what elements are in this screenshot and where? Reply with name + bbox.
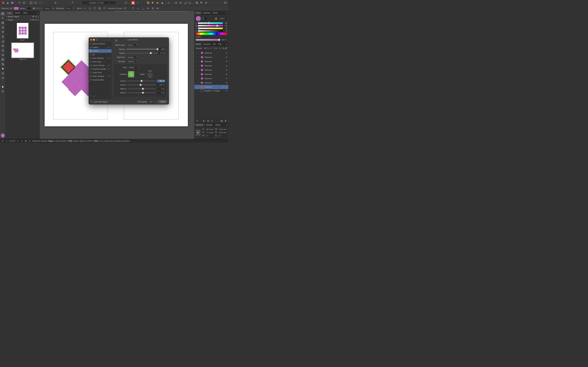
- radius-slider[interactable]: [126, 53, 157, 53]
- opacity-value[interactable]: 100 %: [158, 48, 167, 50]
- gradient-type-select[interactable]: Radial: [128, 66, 139, 69]
- s-value[interactable]: 0 °: [218, 134, 227, 137]
- offsetx-slider[interactable]: [128, 88, 156, 89]
- fx-3d[interactable]: 3D: [89, 53, 112, 56]
- close-doc-icon[interactable]: ×: [108, 2, 109, 4]
- rotate-ccw-icon[interactable]: [183, 1, 187, 5]
- tab-stroke[interactable]: Stroke: [212, 11, 219, 14]
- add-icon[interactable]: +: [107, 64, 108, 66]
- add-icon[interactable]: +: [107, 75, 108, 77]
- rounded-rect-tool-icon[interactable]: [1, 49, 5, 52]
- fx-icon[interactable]: ƒx: [210, 119, 213, 122]
- mask-icon[interactable]: ◐: [202, 119, 205, 122]
- layer-row-master[interactable]: ⋮⋮Master A - 2 Pages: [194, 89, 228, 92]
- next-page-icon[interactable]: ▸: [17, 140, 19, 142]
- gear-icon[interactable]: ⚙: [223, 47, 224, 49]
- link-icon[interactable]: [70, 1, 74, 5]
- fx-gaussian-blur[interactable]: Gaussian Blur: [89, 78, 112, 82]
- arrange-backward-icon[interactable]: [151, 1, 155, 5]
- account-icon[interactable]: [224, 1, 227, 5]
- view-tool-icon[interactable]: [1, 85, 5, 89]
- fx-outer-glow[interactable]: Outer Glow: [89, 71, 112, 74]
- delete-layer-icon[interactable]: 🗑: [224, 119, 227, 122]
- colour-swatch[interactable]: [196, 16, 201, 21]
- layer-row[interactable]: ⋮⋮Diamond: [194, 64, 228, 68]
- add-icon[interactable]: +: [107, 57, 108, 59]
- colour-opacity-slider[interactable]: [196, 39, 220, 41]
- h-value[interactable]: 20.8 mm: [218, 131, 227, 134]
- frame-text-tool-icon[interactable]: [1, 21, 5, 25]
- angle-value[interactable]: 270°: [148, 70, 152, 72]
- scale-with-object-checkbox[interactable]: [91, 101, 92, 103]
- minimize-window-icon[interactable]: [93, 39, 95, 41]
- layer-row[interactable]: ⋮⋮Diamond: [194, 76, 228, 81]
- play-icon[interactable]: ▸: [20, 140, 23, 142]
- show-rotation-icon[interactable]: [88, 7, 92, 10]
- fx-outer-shadow[interactable]: Outer Shadow+×: [89, 74, 112, 78]
- master-pages-header[interactable]: ▸ Master Pages ⊞ ◫ ▯: [6, 15, 40, 18]
- artistic-text-tool-icon[interactable]: [1, 30, 5, 34]
- alignment-select[interactable]: Outside: [126, 56, 138, 59]
- align-bottom-icon[interactable]: [141, 7, 145, 10]
- add-page-icon[interactable]: ⊞: [33, 19, 34, 21]
- fill-tool-icon[interactable]: [1, 67, 5, 71]
- first-page-icon[interactable]: |◂: [1, 140, 4, 142]
- app-switcher-publisher-icon[interactable]: [1, 1, 5, 5]
- text-flow-icon[interactable]: ☰: [28, 140, 31, 142]
- zoom-tool-icon[interactable]: [1, 90, 5, 93]
- transparency-tool-icon[interactable]: [1, 72, 5, 75]
- preflight-status-icon[interactable]: ◉: [25, 140, 27, 142]
- tab-swatches[interactable]: Swatches: [202, 11, 211, 14]
- angle-dial[interactable]: [147, 72, 153, 78]
- find-page-icon[interactable]: ⎋: [30, 19, 32, 21]
- layer-blend-select[interactable]: Normal: [212, 47, 222, 50]
- convert-curves-button[interactable]: Convert to Curves: [108, 7, 122, 9]
- space-h-icon[interactable]: [156, 7, 159, 10]
- add-layer-icon[interactable]: ▦: [220, 119, 223, 122]
- layer-row[interactable]: ⋮⋮Diamond: [194, 51, 228, 55]
- colour-picker-tool-icon[interactable]: [1, 76, 5, 80]
- page-thumb-2[interactable]: [11, 43, 34, 58]
- fx-outline-1[interactable]: Outline+×: [89, 46, 112, 49]
- arrange-front-icon[interactable]: [160, 1, 164, 5]
- dropdown-icon[interactable]: ▾: [136, 1, 139, 5]
- offsetx-value[interactable]: 0 %: [157, 87, 165, 90]
- text-wrap-icon[interactable]: [123, 7, 127, 10]
- scalex-slider[interactable]: [128, 81, 156, 81]
- move-tool-icon[interactable]: [1, 12, 5, 16]
- remove-icon[interactable]: ×: [109, 57, 110, 59]
- tab-paragraph[interactable]: Par: [212, 43, 217, 46]
- scalex-value[interactable]: 181 %: [157, 80, 165, 82]
- tab-navigator[interactable]: Navigator: [204, 123, 214, 126]
- c-slider[interactable]: [198, 22, 223, 24]
- vector-crop-tool-icon[interactable]: [1, 62, 5, 66]
- arrange-back-icon[interactable]: [146, 1, 150, 5]
- arrange-forward-icon[interactable]: [156, 1, 159, 5]
- close-window-icon[interactable]: [90, 39, 92, 41]
- pages-header[interactable]: ▾ Pages ⎋ ⊞ ◫ ▯: [6, 18, 40, 21]
- tab-history[interactable]: History: [214, 123, 222, 126]
- link-layers-icon[interactable]: 🔗: [225, 47, 227, 49]
- remove-icon[interactable]: ×: [109, 68, 110, 70]
- remove-icon[interactable]: ×: [109, 75, 110, 77]
- app-switcher-designer-icon[interactable]: [6, 1, 9, 5]
- tab-layers[interactable]: Layers: [194, 43, 202, 46]
- eyedropper-icon[interactable]: ✎: [202, 17, 204, 20]
- remove-icon[interactable]: ×: [109, 50, 110, 52]
- layer-row[interactable]: ⋮⋮Diamond: [194, 68, 228, 72]
- y-slider[interactable]: [198, 28, 223, 29]
- pen-tool-icon[interactable]: [1, 35, 5, 39]
- add-icon[interactable]: +: [107, 50, 108, 52]
- tab-pages[interactable]: Pages: [6, 11, 13, 15]
- fx-inner-shadow[interactable]: Inner Shadow+×: [89, 56, 112, 60]
- tab-colour[interactable]: Colour: [194, 11, 202, 14]
- fillstyle-select[interactable]: Gradient: [126, 60, 138, 63]
- flip-v-icon[interactable]: [179, 1, 182, 5]
- tab-assets[interactable]: Assets: [13, 11, 22, 14]
- cycle-selection-icon[interactable]: [103, 7, 106, 10]
- zoom-window-icon[interactable]: [96, 39, 98, 41]
- clip-canvas-icon[interactable]: [34, 1, 37, 5]
- r-value[interactable]: 0 °: [206, 134, 214, 137]
- layer-row-selected[interactable]: ⋮⋮DiamondƒX: [194, 85, 228, 89]
- fx-bevel-emboss[interactable]: Bevel / Emboss: [89, 42, 112, 46]
